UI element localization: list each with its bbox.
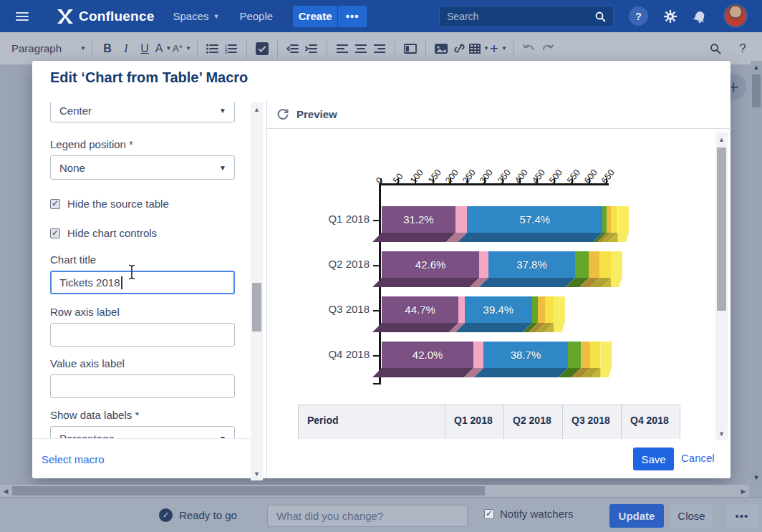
insert-link-icon[interactable] [450, 38, 469, 59]
alignment-select[interactable]: Center▼ [50, 102, 235, 122]
redo-icon[interactable] [539, 38, 557, 59]
insert-table-dropdown[interactable]: ▼ [469, 38, 489, 59]
text-color-dropdown[interactable]: A▼ [154, 38, 173, 59]
hide-chart-controls-checkbox[interactable] [50, 228, 60, 238]
scroll-right-arrow-icon[interactable]: ▶ [738, 485, 749, 497]
user-avatar[interactable] [723, 4, 748, 28]
data-label: 31.2% [403, 213, 434, 226]
segment-green [575, 251, 589, 278]
undo-icon[interactable] [520, 38, 539, 59]
save-page-bar: ✓ Ready to go Notify watchers Update Clo… [0, 497, 762, 532]
create-more-button[interactable]: ••• [338, 6, 367, 27]
outdent-icon[interactable] [284, 38, 302, 59]
category-label: Q2 2018 [305, 258, 370, 270]
row-axis-input[interactable] [50, 323, 235, 347]
page-vertical-scrollbar[interactable]: ▲ ▼ [751, 61, 762, 484]
italic-button[interactable]: I [117, 38, 135, 59]
stacked-bar: 42.0%38.7% [382, 342, 612, 377]
value-axis-input[interactable] [50, 374, 235, 398]
scroll-up-arrow-icon[interactable]: ▲ [751, 62, 762, 73]
align-center-icon[interactable] [352, 38, 370, 59]
nav-spaces[interactable]: Spaces▼ [173, 10, 219, 22]
segment-yellow [590, 342, 601, 368]
chart-title-input[interactable]: Tickets 2018 [50, 271, 235, 294]
bar-3d-end-cap [611, 251, 622, 287]
segment-yellow [599, 251, 611, 278]
segment-yellow [545, 296, 554, 323]
select-macro-link[interactable]: Select macro [42, 453, 105, 465]
create-button[interactable]: Create [293, 6, 337, 27]
task-list-icon[interactable] [253, 38, 271, 59]
align-right-icon[interactable] [370, 38, 389, 59]
mouse-ibeam-cursor [127, 264, 136, 280]
paragraph-style-dropdown[interactable]: Paragraph▼ [11, 38, 86, 59]
preview-scrollbar[interactable]: ▲ ▼ [715, 132, 728, 440]
hide-chart-controls-label: Hide chart controls [67, 227, 157, 239]
preview-body: 050100150200250300350400450500550600650Q… [267, 130, 716, 439]
category-label: Q1 2018 [305, 213, 370, 225]
scroll-down-arrow-icon[interactable]: ▼ [715, 428, 728, 439]
segment-pink [458, 296, 464, 323]
underline-button[interactable]: U [135, 38, 154, 59]
bullet-list-icon[interactable] [203, 38, 222, 59]
formatting-more-dropdown[interactable]: A°▼ [173, 38, 191, 59]
scroll-left-arrow-icon[interactable]: ◀ [0, 485, 11, 497]
hide-source-table-label: Hide the source table [67, 198, 169, 210]
segment-amber [581, 342, 589, 368]
editor-help-icon[interactable]: ? [733, 38, 752, 59]
scroll-up-arrow-icon[interactable]: ▲ [251, 104, 263, 115]
macro-form-scroll-area: Center▼ Legend position * None▼ Hide the… [32, 102, 251, 439]
insert-more-dropdown[interactable]: +▼ [489, 38, 508, 59]
segment-green [568, 342, 581, 368]
scrollbar-thumb[interactable] [717, 147, 726, 311]
refresh-icon[interactable] [276, 108, 289, 121]
settings-gear-icon[interactable] [660, 6, 680, 26]
update-button[interactable]: Update [609, 504, 664, 528]
form-scrollbar[interactable]: ▲ ▼ [251, 102, 263, 480]
segment-blue: 57.4% [467, 206, 602, 233]
notify-watchers-checkbox[interactable] [484, 509, 494, 519]
stacked-bar: 42.6%37.8% [382, 251, 622, 287]
bold-button[interactable]: B [98, 38, 117, 59]
insert-image-icon[interactable] [432, 38, 450, 59]
bar-3d-end-cap [554, 296, 565, 332]
scrollbar-thumb[interactable] [12, 486, 485, 495]
notify-watchers-row: Notify watchers [484, 508, 574, 520]
preview-pane: Preview 05010015020025030035040045050055… [266, 100, 730, 478]
dialog-footer: Select macro Save Cancel [32, 440, 730, 478]
confluence-logo[interactable]: Confluence [57, 9, 154, 24]
indent-icon[interactable] [302, 38, 321, 59]
show-data-labels-select[interactable]: Percentage▼ [50, 426, 235, 439]
page-horizontal-scrollbar[interactable]: ◀ ▶ [0, 485, 749, 497]
cancel-button[interactable]: Cancel [681, 452, 715, 464]
numbered-list-icon[interactable]: 123 [222, 38, 241, 59]
legend-position-select[interactable]: None▼ [50, 155, 235, 180]
search-box[interactable] [439, 6, 614, 27]
search-input[interactable] [447, 11, 595, 22]
category-label: Q4 2018 [305, 348, 370, 360]
segment-pink [479, 251, 488, 278]
scroll-up-arrow-icon[interactable]: ▲ [715, 134, 728, 145]
align-left-icon[interactable] [333, 38, 352, 59]
nav-people[interactable]: People [239, 10, 273, 22]
find-replace-icon[interactable] [706, 38, 725, 59]
segment-green [532, 296, 538, 323]
hide-chart-controls-row: Hide chart controls [50, 227, 251, 239]
notifications-bell-icon[interactable] [690, 6, 709, 26]
version-comment-input[interactable] [267, 505, 468, 527]
close-button[interactable]: Close [671, 504, 712, 528]
scroll-down-arrow-icon[interactable]: ▼ [751, 472, 762, 483]
edit-macro-dialog: Edit ‘Chart from Table’ Macro Center▼ Le… [32, 61, 730, 478]
table-header-cell: Q3 2018 [563, 405, 622, 440]
save-button[interactable]: Save [633, 448, 674, 470]
hide-source-table-checkbox[interactable] [50, 199, 60, 209]
page-layout-icon[interactable] [401, 38, 420, 59]
logo-text: Confluence [79, 9, 154, 24]
scrollbar-thumb[interactable] [752, 74, 761, 107]
category-label: Q3 2018 [305, 303, 370, 315]
help-icon[interactable]: ? [629, 6, 648, 26]
scrollbar-thumb[interactable] [252, 283, 261, 332]
more-options-button[interactable]: ••• [726, 504, 758, 528]
table-header-cell: Q2 2018 [504, 405, 563, 440]
hamburger-menu-icon[interactable] [16, 12, 29, 21]
